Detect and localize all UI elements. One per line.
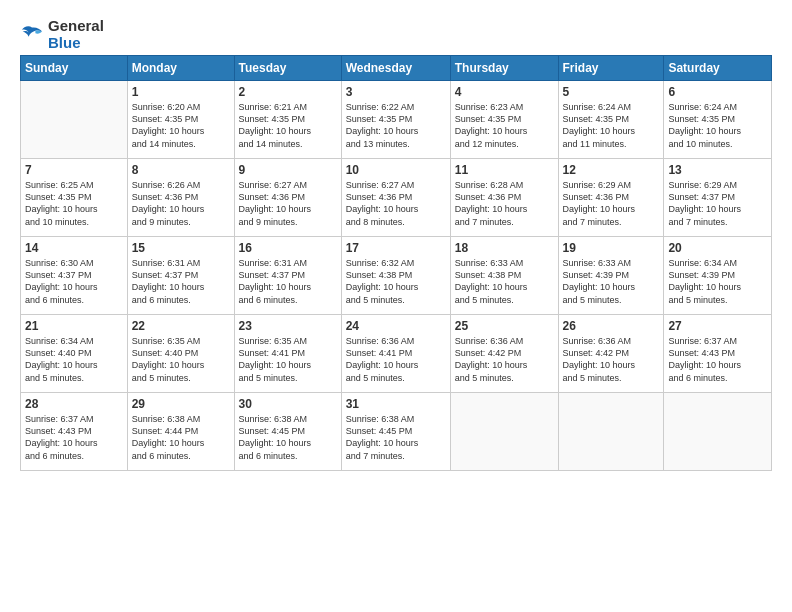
- day-number: 20: [668, 240, 767, 256]
- day-number: 14: [25, 240, 123, 256]
- day-info: Sunrise: 6:35 AM Sunset: 4:40 PM Dayligh…: [132, 335, 230, 384]
- day-info: Sunrise: 6:25 AM Sunset: 4:35 PM Dayligh…: [25, 179, 123, 228]
- day-cell-4: 4Sunrise: 6:23 AM Sunset: 4:35 PM Daylig…: [450, 81, 558, 159]
- day-cell-1: 1Sunrise: 6:20 AM Sunset: 4:35 PM Daylig…: [127, 81, 234, 159]
- day-cell-15: 15Sunrise: 6:31 AM Sunset: 4:37 PM Dayli…: [127, 237, 234, 315]
- day-number: 25: [455, 318, 554, 334]
- col-header-friday: Friday: [558, 56, 664, 81]
- day-number: 29: [132, 396, 230, 412]
- day-cell-3: 3Sunrise: 6:22 AM Sunset: 4:35 PM Daylig…: [341, 81, 450, 159]
- day-cell-11: 11Sunrise: 6:28 AM Sunset: 4:36 PM Dayli…: [450, 159, 558, 237]
- day-cell-2: 2Sunrise: 6:21 AM Sunset: 4:35 PM Daylig…: [234, 81, 341, 159]
- day-number: 10: [346, 162, 446, 178]
- col-header-tuesday: Tuesday: [234, 56, 341, 81]
- day-info: Sunrise: 6:24 AM Sunset: 4:35 PM Dayligh…: [563, 101, 660, 150]
- day-number: 15: [132, 240, 230, 256]
- header: General Blue: [20, 18, 772, 51]
- day-number: 7: [25, 162, 123, 178]
- day-number: 28: [25, 396, 123, 412]
- day-cell-17: 17Sunrise: 6:32 AM Sunset: 4:38 PM Dayli…: [341, 237, 450, 315]
- day-info: Sunrise: 6:23 AM Sunset: 4:35 PM Dayligh…: [455, 101, 554, 150]
- col-header-wednesday: Wednesday: [341, 56, 450, 81]
- empty-cell-4-6: [664, 393, 772, 471]
- day-cell-14: 14Sunrise: 6:30 AM Sunset: 4:37 PM Dayli…: [21, 237, 128, 315]
- day-number: 16: [239, 240, 337, 256]
- logo: General Blue: [20, 18, 104, 51]
- day-info: Sunrise: 6:38 AM Sunset: 4:45 PM Dayligh…: [346, 413, 446, 462]
- day-number: 8: [132, 162, 230, 178]
- day-cell-28: 28Sunrise: 6:37 AM Sunset: 4:43 PM Dayli…: [21, 393, 128, 471]
- day-info: Sunrise: 6:33 AM Sunset: 4:39 PM Dayligh…: [563, 257, 660, 306]
- day-number: 4: [455, 84, 554, 100]
- day-cell-27: 27Sunrise: 6:37 AM Sunset: 4:43 PM Dayli…: [664, 315, 772, 393]
- day-cell-20: 20Sunrise: 6:34 AM Sunset: 4:39 PM Dayli…: [664, 237, 772, 315]
- logo-bird-icon: [20, 24, 44, 46]
- day-info: Sunrise: 6:30 AM Sunset: 4:37 PM Dayligh…: [25, 257, 123, 306]
- day-cell-6: 6Sunrise: 6:24 AM Sunset: 4:35 PM Daylig…: [664, 81, 772, 159]
- page: General Blue SundayMondayTuesdayWednesda…: [0, 0, 792, 612]
- col-header-thursday: Thursday: [450, 56, 558, 81]
- col-header-saturday: Saturday: [664, 56, 772, 81]
- day-info: Sunrise: 6:35 AM Sunset: 4:41 PM Dayligh…: [239, 335, 337, 384]
- day-number: 2: [239, 84, 337, 100]
- day-number: 27: [668, 318, 767, 334]
- day-info: Sunrise: 6:26 AM Sunset: 4:36 PM Dayligh…: [132, 179, 230, 228]
- day-cell-5: 5Sunrise: 6:24 AM Sunset: 4:35 PM Daylig…: [558, 81, 664, 159]
- day-cell-10: 10Sunrise: 6:27 AM Sunset: 4:36 PM Dayli…: [341, 159, 450, 237]
- day-info: Sunrise: 6:27 AM Sunset: 4:36 PM Dayligh…: [239, 179, 337, 228]
- empty-cell-0-0: [21, 81, 128, 159]
- day-number: 30: [239, 396, 337, 412]
- day-number: 11: [455, 162, 554, 178]
- day-number: 13: [668, 162, 767, 178]
- calendar-header-row: SundayMondayTuesdayWednesdayThursdayFrid…: [21, 56, 772, 81]
- empty-cell-4-4: [450, 393, 558, 471]
- week-row-3: 21Sunrise: 6:34 AM Sunset: 4:40 PM Dayli…: [21, 315, 772, 393]
- day-info: Sunrise: 6:33 AM Sunset: 4:38 PM Dayligh…: [455, 257, 554, 306]
- col-header-monday: Monday: [127, 56, 234, 81]
- day-cell-24: 24Sunrise: 6:36 AM Sunset: 4:41 PM Dayli…: [341, 315, 450, 393]
- day-info: Sunrise: 6:24 AM Sunset: 4:35 PM Dayligh…: [668, 101, 767, 150]
- day-info: Sunrise: 6:29 AM Sunset: 4:37 PM Dayligh…: [668, 179, 767, 228]
- day-cell-29: 29Sunrise: 6:38 AM Sunset: 4:44 PM Dayli…: [127, 393, 234, 471]
- day-number: 17: [346, 240, 446, 256]
- day-cell-31: 31Sunrise: 6:38 AM Sunset: 4:45 PM Dayli…: [341, 393, 450, 471]
- day-cell-25: 25Sunrise: 6:36 AM Sunset: 4:42 PM Dayli…: [450, 315, 558, 393]
- day-cell-16: 16Sunrise: 6:31 AM Sunset: 4:37 PM Dayli…: [234, 237, 341, 315]
- day-info: Sunrise: 6:36 AM Sunset: 4:42 PM Dayligh…: [563, 335, 660, 384]
- day-number: 21: [25, 318, 123, 334]
- day-cell-8: 8Sunrise: 6:26 AM Sunset: 4:36 PM Daylig…: [127, 159, 234, 237]
- week-row-2: 14Sunrise: 6:30 AM Sunset: 4:37 PM Dayli…: [21, 237, 772, 315]
- day-cell-30: 30Sunrise: 6:38 AM Sunset: 4:45 PM Dayli…: [234, 393, 341, 471]
- day-cell-9: 9Sunrise: 6:27 AM Sunset: 4:36 PM Daylig…: [234, 159, 341, 237]
- day-info: Sunrise: 6:29 AM Sunset: 4:36 PM Dayligh…: [563, 179, 660, 228]
- day-cell-23: 23Sunrise: 6:35 AM Sunset: 4:41 PM Dayli…: [234, 315, 341, 393]
- day-number: 24: [346, 318, 446, 334]
- day-cell-7: 7Sunrise: 6:25 AM Sunset: 4:35 PM Daylig…: [21, 159, 128, 237]
- day-info: Sunrise: 6:27 AM Sunset: 4:36 PM Dayligh…: [346, 179, 446, 228]
- day-cell-13: 13Sunrise: 6:29 AM Sunset: 4:37 PM Dayli…: [664, 159, 772, 237]
- col-header-sunday: Sunday: [21, 56, 128, 81]
- empty-cell-4-5: [558, 393, 664, 471]
- day-cell-21: 21Sunrise: 6:34 AM Sunset: 4:40 PM Dayli…: [21, 315, 128, 393]
- day-number: 22: [132, 318, 230, 334]
- day-info: Sunrise: 6:34 AM Sunset: 4:39 PM Dayligh…: [668, 257, 767, 306]
- day-cell-12: 12Sunrise: 6:29 AM Sunset: 4:36 PM Dayli…: [558, 159, 664, 237]
- day-number: 18: [455, 240, 554, 256]
- day-info: Sunrise: 6:28 AM Sunset: 4:36 PM Dayligh…: [455, 179, 554, 228]
- day-info: Sunrise: 6:21 AM Sunset: 4:35 PM Dayligh…: [239, 101, 337, 150]
- day-info: Sunrise: 6:38 AM Sunset: 4:44 PM Dayligh…: [132, 413, 230, 462]
- logo-line1: General: [48, 18, 104, 35]
- day-info: Sunrise: 6:36 AM Sunset: 4:42 PM Dayligh…: [455, 335, 554, 384]
- day-info: Sunrise: 6:22 AM Sunset: 4:35 PM Dayligh…: [346, 101, 446, 150]
- day-info: Sunrise: 6:32 AM Sunset: 4:38 PM Dayligh…: [346, 257, 446, 306]
- logo-line2: Blue: [48, 35, 104, 52]
- day-info: Sunrise: 6:31 AM Sunset: 4:37 PM Dayligh…: [132, 257, 230, 306]
- day-number: 26: [563, 318, 660, 334]
- calendar-table: SundayMondayTuesdayWednesdayThursdayFrid…: [20, 55, 772, 471]
- day-number: 19: [563, 240, 660, 256]
- day-number: 12: [563, 162, 660, 178]
- day-info: Sunrise: 6:37 AM Sunset: 4:43 PM Dayligh…: [25, 413, 123, 462]
- day-cell-22: 22Sunrise: 6:35 AM Sunset: 4:40 PM Dayli…: [127, 315, 234, 393]
- day-number: 23: [239, 318, 337, 334]
- day-cell-19: 19Sunrise: 6:33 AM Sunset: 4:39 PM Dayli…: [558, 237, 664, 315]
